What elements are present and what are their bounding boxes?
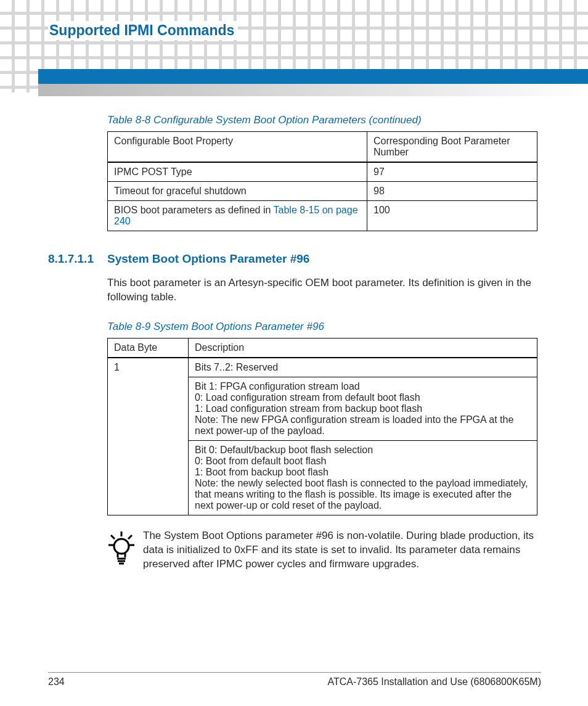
table-header: Corresponding Boot Parameter Number	[367, 132, 537, 163]
header-blue-bar	[38, 69, 588, 84]
header-grey-fade	[38, 84, 588, 96]
svg-line-1	[111, 535, 115, 539]
table-cell: 97	[367, 162, 537, 182]
section-title: System Boot Options Parameter #96	[107, 252, 309, 266]
table-header: Configurable Boot Property	[108, 132, 367, 163]
line: Bit 1: FPGA configuration stream load	[195, 381, 531, 392]
chapter-heading: Supported IPMI Commands	[48, 21, 238, 40]
table-cell: Bits 7..2: Reserved	[189, 358, 537, 377]
table-cell: 98	[367, 182, 537, 201]
page-number: 234	[48, 676, 65, 688]
lightbulb-icon	[107, 529, 143, 572]
document-id: ATCA-7365 Installation and Use (6806800K…	[327, 676, 541, 688]
table-cell: IPMC POST Type	[108, 162, 367, 182]
line: Note: The new FPGA configuration stream …	[195, 414, 531, 437]
table-row: BIOS boot parameters as defined in Table…	[108, 201, 537, 231]
table-row: Timeout for graceful shutdown 98	[108, 182, 537, 201]
line: 1: Load configuration stream from backup…	[195, 403, 531, 414]
section-number: 8.1.7.1.1	[48, 252, 107, 266]
document-id-text: ATCA-7365 Installation and Use (6806800K…	[327, 676, 541, 687]
table-row: IPMC POST Type 97	[108, 162, 537, 182]
table-header: Data Byte	[108, 338, 189, 358]
tip-text: The System Boot Options parameter #96 is…	[143, 529, 541, 572]
table-8-9-caption: Table 8-9 System Boot Options Parameter …	[107, 321, 541, 333]
table-8-9: Data Byte Description 1 Bits 7..2: Reser…	[107, 338, 537, 515]
table-cell: Bit 1: FPGA configuration stream load 0:…	[189, 377, 537, 440]
line: 0: Load configuration stream from defaul…	[195, 392, 531, 403]
table-cell: Bit 0: Default/backup boot flash selecti…	[189, 440, 537, 515]
table-cell: 100	[367, 201, 537, 231]
table-cell: Timeout for graceful shutdown	[108, 182, 367, 201]
table-cell: BIOS boot parameters as defined in Table…	[108, 201, 367, 231]
line: Note: the newly selected boot flash is c…	[195, 478, 531, 511]
line: 1: Boot from backup boot flash	[195, 467, 531, 478]
table-cell-text: BIOS boot parameters as defined in	[114, 205, 274, 215]
table-cell: 1	[108, 358, 189, 515]
line: 0: Boot from default boot flash	[195, 456, 531, 467]
line: Bit 0: Default/backup boot flash selecti…	[195, 445, 531, 456]
svg-line-2	[128, 535, 132, 539]
table-8-8-caption: Table 8-8 Configurable System Boot Optio…	[107, 114, 541, 126]
table-row: 1 Bits 7..2: Reserved	[108, 358, 537, 377]
page-footer: 234 ATCA-7365 Installation and Use (6806…	[48, 672, 541, 688]
svg-point-5	[114, 539, 129, 554]
table-8-8: Configurable Boot Property Corresponding…	[107, 131, 537, 231]
section-intro: This boot parameter is an Artesyn-specif…	[107, 276, 541, 305]
table-header: Description	[189, 338, 537, 358]
